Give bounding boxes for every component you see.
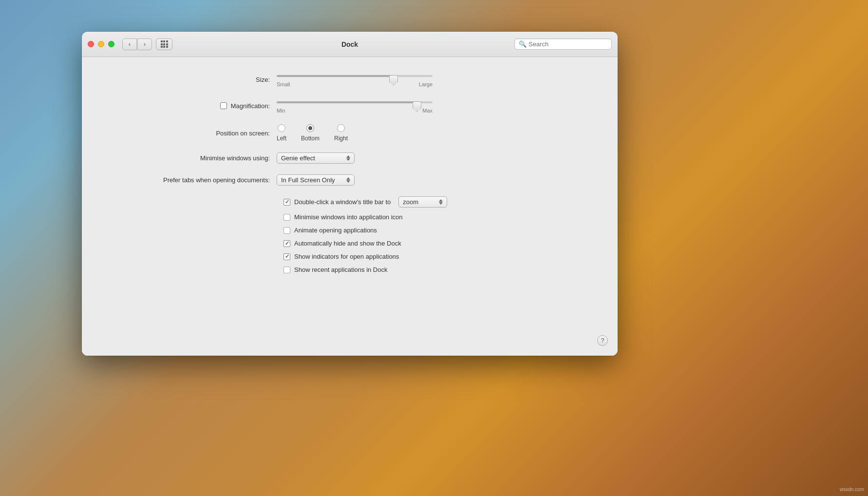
double-click-row: ✓ Double-click a window's title bar to z… [283, 196, 588, 208]
grid-view-button[interactable] [156, 38, 172, 50]
auto-hide-row: ✓ Automatically hide and show the Dock [283, 240, 588, 247]
size-slider-container: Small Large [277, 72, 433, 87]
mag-slider-track[interactable] [277, 98, 433, 107]
minimise-icon-label: Minimise windows into application icon [294, 213, 403, 221]
checkboxes-section: ✓ Double-click a window's title bar to z… [283, 196, 588, 273]
minimise-dropdown-arrow [346, 155, 350, 161]
show-recent-label: Show recent applications in Dock [294, 266, 388, 273]
double-click-checkbox[interactable]: ✓ [283, 199, 290, 206]
arrow-up-icon [346, 155, 350, 158]
animate-label: Animate opening applications [294, 227, 377, 234]
search-box[interactable]: 🔍 [514, 38, 612, 50]
tabs-dropdown-arrow [346, 177, 350, 183]
position-bottom-option[interactable]: Bottom [301, 124, 320, 142]
mag-slider-labels: Min Max [277, 108, 433, 114]
size-slider-track[interactable] [277, 72, 433, 80]
position-bottom-radio[interactable] [306, 124, 314, 132]
zoom-dropdown-arrow [439, 199, 443, 205]
minimise-label: Minimise windows using: [111, 154, 277, 162]
show-indicators-checkbox[interactable]: ✓ [283, 253, 290, 260]
minimise-icon-row: Minimise windows into application icon [283, 213, 588, 221]
watermark: wsxdn.com [840, 487, 864, 492]
size-slider-fill [277, 75, 394, 77]
mag-min-label: Min [277, 108, 285, 114]
close-button[interactable] [88, 41, 94, 47]
tabs-dropdown[interactable]: In Full Screen Only [277, 174, 355, 186]
show-indicators-label: Show indicators for open applications [294, 253, 399, 260]
size-label: Size: [111, 76, 277, 83]
minimise-row: Minimise windows using: Genie effect [111, 153, 588, 164]
traffic-lights [88, 41, 114, 47]
show-recent-row: Show recent applications in Dock [283, 266, 588, 273]
magnification-label-wrap: Magnification: [111, 102, 277, 110]
double-click-action-dropdown[interactable]: zoom [398, 196, 447, 208]
position-radio-group: Left Bottom Right [277, 124, 348, 142]
size-slider-bg [277, 75, 433, 77]
show-indicators-checkmark-icon: ✓ [285, 254, 289, 259]
preferences-content: Size: Small Large Magnification: [82, 57, 618, 356]
preferences-window: ‹ › Dock 🔍 Size: [82, 32, 618, 356]
mag-slider-fill [277, 101, 417, 103]
animate-row: Animate opening applications [283, 227, 588, 234]
tabs-dropdown-value: In Full Screen Only [281, 176, 335, 184]
size-row: Size: Small Large [111, 72, 588, 87]
search-icon: 🔍 [519, 40, 527, 48]
titlebar: ‹ › Dock 🔍 [82, 32, 618, 57]
minimise-dropdown[interactable]: Genie effect [277, 153, 355, 164]
tabs-row: Prefer tabs when opening documents: In F… [111, 174, 588, 186]
maximize-button[interactable] [108, 41, 114, 47]
position-left-label: Left [277, 135, 286, 142]
auto-hide-checkbox[interactable]: ✓ [283, 240, 290, 247]
zoom-arrow-up-icon [439, 199, 443, 202]
minimize-button[interactable] [98, 41, 104, 47]
auto-hide-checkmark-icon: ✓ [285, 241, 289, 246]
double-click-label: Double-click a window's title bar to [294, 198, 391, 206]
help-button[interactable]: ? [597, 335, 608, 346]
position-bottom-label: Bottom [301, 135, 320, 142]
position-left-option[interactable]: Left [277, 124, 286, 142]
mag-slider-bg [277, 101, 433, 103]
grid-icon [161, 40, 168, 48]
position-right-radio[interactable] [337, 124, 345, 132]
show-recent-checkbox[interactable] [283, 267, 290, 273]
auto-hide-label: Automatically hide and show the Dock [294, 240, 401, 247]
minimise-dropdown-value: Genie effect [281, 154, 315, 162]
zoom-arrow-down-icon [439, 202, 443, 205]
mag-slider-container: Min Max [277, 98, 433, 114]
size-large-label: Large [419, 81, 433, 87]
tabs-arrow-down-icon [346, 180, 350, 183]
position-row: Position on screen: Left Bottom Right [111, 124, 588, 142]
show-indicators-row: ✓ Show indicators for open applications [283, 253, 588, 260]
arrow-down-icon [346, 158, 350, 161]
position-label: Position on screen: [111, 130, 277, 137]
forward-button[interactable]: › [137, 38, 152, 50]
double-click-action-value: zoom [403, 198, 418, 206]
minimise-icon-checkbox[interactable] [283, 214, 290, 221]
mag-max-label: Max [422, 108, 433, 114]
back-button[interactable]: ‹ [122, 38, 137, 50]
magnification-checkbox[interactable] [220, 102, 227, 109]
nav-buttons: ‹ › [122, 38, 152, 50]
position-right-option[interactable]: Right [334, 124, 348, 142]
magnification-row: Magnification: Min Max [111, 98, 588, 114]
size-small-label: Small [277, 81, 290, 87]
window-title: Dock [341, 40, 358, 48]
size-slider-labels: Small Large [277, 81, 433, 87]
tabs-label: Prefer tabs when opening documents: [111, 176, 277, 184]
magnification-label: Magnification: [231, 102, 270, 110]
checkmark-icon: ✓ [285, 199, 289, 205]
tabs-arrow-up-icon [346, 177, 350, 180]
search-input[interactable] [528, 40, 607, 48]
position-left-radio[interactable] [278, 124, 285, 132]
position-right-label: Right [334, 135, 348, 142]
animate-checkbox[interactable] [283, 227, 290, 234]
